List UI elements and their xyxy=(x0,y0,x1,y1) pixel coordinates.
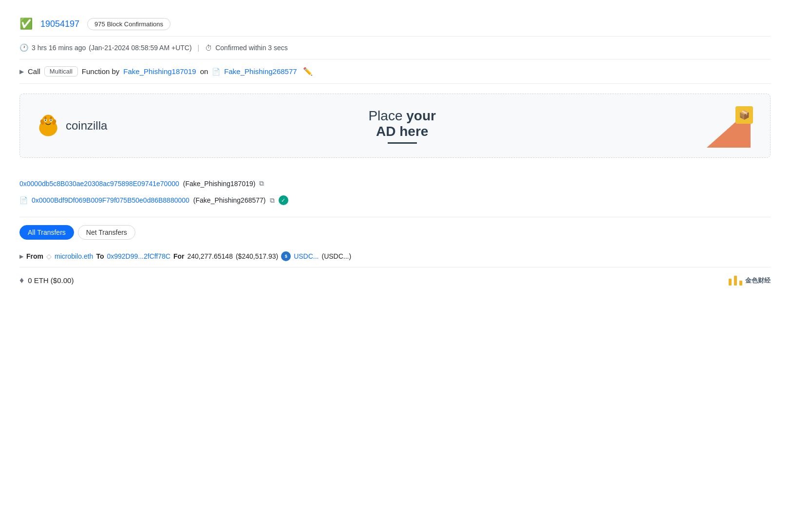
svg-point-5 xyxy=(50,119,52,121)
from-label: From xyxy=(26,252,43,260)
call-label: Call xyxy=(28,67,40,76)
watermark-bar-icon xyxy=(729,276,742,285)
separator: | xyxy=(198,44,200,52)
address-section: 0x0000db5c8B030ae20308ac975898E09741e700… xyxy=(19,168,771,217)
to-address-link[interactable]: 0x0000Bdf9Df069B009F79f075B50e0d86B88800… xyxy=(32,196,189,204)
from-address-link[interactable]: 0x0000db5c8B030ae20308ac975898E09741e700… xyxy=(19,180,179,188)
call-row: ▶ Call Multicall Function by Fake_Phishi… xyxy=(19,59,771,84)
on-text: on xyxy=(200,67,208,76)
ad-creature-box-icon: 📦 xyxy=(735,106,753,124)
page-container: ✅ 19054197 975 Block Confirmations 🕐 3 h… xyxy=(0,0,790,303)
transfer-to-address-link[interactable]: 0x992D99...2fCff78C xyxy=(107,252,170,260)
transfer-expand-icon[interactable]: ▶ xyxy=(19,253,23,260)
transfer-usd-value: ($240,517.93) xyxy=(236,252,278,260)
to-address-label: (Fake_Phishing268577) xyxy=(193,196,266,204)
eth-row: ♦ 0 ETH ($0.00) 金色财经 xyxy=(19,267,771,293)
for-label: For xyxy=(173,252,185,260)
eth-icon: ♦ xyxy=(19,275,24,285)
coinzilla-creature-icon xyxy=(35,112,62,139)
to-label: To xyxy=(96,252,104,260)
confirmations-badge: 975 Block Confirmations xyxy=(87,18,170,30)
ad-banner[interactable]: coinzilla Place your AD here 📦 xyxy=(19,94,771,158)
clock-icon: 🕐 xyxy=(19,43,29,52)
ad-underline xyxy=(388,142,417,144)
to-contract-link[interactable]: Fake_Phishing268577 xyxy=(224,67,297,76)
timer-icon: ⏱ xyxy=(205,44,212,52)
to-address-row: 📄 0x0000Bdf9Df069B009F79f075B50e0d86B888… xyxy=(19,191,771,209)
coinzilla-brand-text: coinzilla xyxy=(66,119,107,133)
timestamp-row: 🕐 3 hrs 16 mins ago (Jan-21-2024 08:58:5… xyxy=(19,37,771,59)
net-transfers-tab[interactable]: Net Transfers xyxy=(78,225,135,240)
expand-arrow-icon[interactable]: ▶ xyxy=(19,68,24,75)
eth-value-label: 0 ETH ($0.00) xyxy=(28,276,74,285)
contract-icon: 📄 xyxy=(212,68,220,76)
from-contract-link[interactable]: Fake_Phishing187019 xyxy=(123,67,196,76)
eth-value-left: ♦ 0 ETH ($0.00) xyxy=(19,275,74,285)
edit-icon[interactable]: ✏️ xyxy=(303,67,313,76)
diamond-icon: ◇ xyxy=(46,252,52,260)
from-address-label: (Fake_Phishing187019) xyxy=(183,180,256,188)
all-transfers-tab[interactable]: All Transfers xyxy=(19,225,74,240)
transfer-from-address-link[interactable]: microbilo.eth xyxy=(55,252,93,260)
contract-file-icon: 📄 xyxy=(19,196,28,204)
verified-check-icon: ✅ xyxy=(19,18,33,30)
transfer-row: ▶ From ◇ microbilo.eth To 0x992D99...2fC… xyxy=(19,246,771,267)
ad-logo: coinzilla xyxy=(35,112,107,139)
function-prefix: Function by xyxy=(82,67,120,76)
svg-point-4 xyxy=(45,119,46,121)
usdc-token-icon: $ xyxy=(281,251,291,261)
ad-here-text: AD here xyxy=(107,124,697,139)
ad-decoration: 📦 xyxy=(697,104,755,148)
token-name-link[interactable]: USDC... xyxy=(294,252,319,260)
token-symbol: (USDC...) xyxy=(321,252,351,260)
confirmed-within: Confirmed within 3 secs xyxy=(215,44,288,52)
transfer-amount: 240,277.65148 xyxy=(188,252,233,260)
transaction-id-link[interactable]: 19054197 xyxy=(40,19,79,29)
to-address-verified-icon: ✓ xyxy=(279,195,288,205)
ad-center-text: Place your AD here xyxy=(107,108,697,144)
multicall-badge: Multicall xyxy=(44,66,78,76)
transfer-tabs: All Transfers Net Transfers xyxy=(19,217,771,246)
watermark: 金色财经 xyxy=(729,276,771,285)
timestamp-full: (Jan-21-2024 08:58:59 AM +UTC) xyxy=(89,44,191,52)
tx-header: ✅ 19054197 975 Block Confirmations xyxy=(19,10,771,37)
copy-to-address-icon[interactable]: ⧉ xyxy=(270,196,275,205)
from-address-row: 0x0000db5c8B030ae20308ac975898E09741e700… xyxy=(19,175,771,191)
timestamp-ago: 3 hrs 16 mins ago xyxy=(32,44,86,52)
copy-from-address-icon[interactable]: ⧉ xyxy=(259,179,264,188)
ad-place-text: Place your xyxy=(107,108,697,124)
watermark-text: 金色财经 xyxy=(745,276,771,285)
